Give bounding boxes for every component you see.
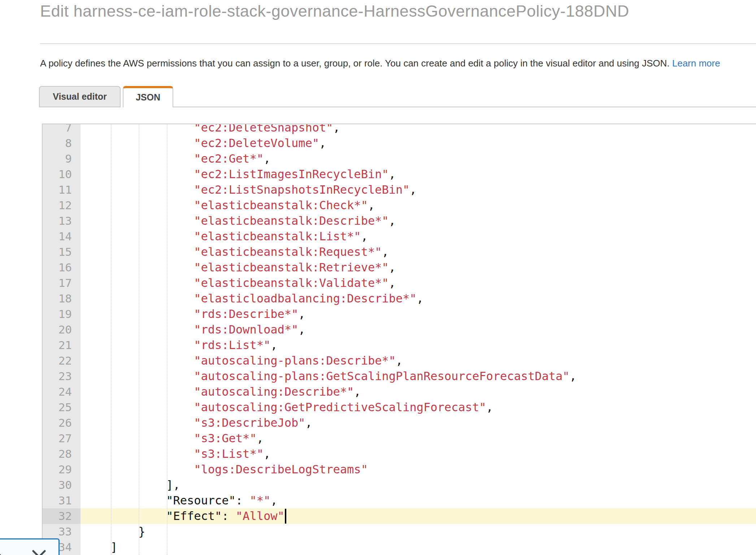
- line-number: 24: [43, 384, 81, 400]
- tab-json[interactable]: JSON: [123, 86, 173, 107]
- line-number: 17: [43, 275, 81, 291]
- line-number: 19: [43, 306, 81, 322]
- code-line[interactable]: "ec2:DeleteVolume",: [81, 135, 756, 151]
- notification-box: [0, 538, 60, 555]
- line-number: 33: [43, 524, 81, 539]
- code-line[interactable]: "elasticbeanstalk:Validate*",: [81, 275, 756, 291]
- line-number: 32: [43, 508, 81, 524]
- code-line[interactable]: "rds:Download*",: [81, 322, 756, 337]
- line-number: 23: [43, 369, 81, 384]
- line-number: 21: [43, 337, 81, 353]
- code-line[interactable]: "elasticbeanstalk:List*",: [81, 229, 756, 244]
- code-line[interactable]: }: [81, 524, 756, 539]
- code-line[interactable]: "Effect": "Allow": [81, 508, 756, 524]
- code-line[interactable]: "autoscaling-plans:Describe*",: [81, 353, 756, 369]
- code-line[interactable]: "rds:Describe*",: [81, 306, 756, 322]
- divider: [40, 43, 756, 44]
- notification-icon-fragment: [0, 551, 4, 555]
- line-number: 29: [43, 462, 81, 477]
- code-line[interactable]: "ec2:ListImagesInRecycleBin",: [81, 167, 756, 182]
- code-line[interactable]: "autoscaling:Describe*",: [81, 384, 756, 400]
- line-number: 16: [43, 260, 81, 275]
- line-number: 28: [43, 446, 81, 462]
- editor-line-numbers: 7891011121314151617181920212223242526272…: [43, 124, 81, 555]
- line-number: 11: [43, 182, 81, 198]
- code-line[interactable]: "elasticbeanstalk:Request*",: [81, 244, 756, 260]
- line-number: 13: [43, 213, 81, 229]
- code-line[interactable]: "autoscaling-plans:GetScalingPlanResourc…: [81, 369, 756, 384]
- code-line[interactable]: "Resource": "*",: [81, 493, 756, 508]
- json-policy-editor[interactable]: 7891011121314151617181920212223242526272…: [42, 124, 756, 555]
- close-icon[interactable]: [31, 549, 47, 555]
- code-line[interactable]: "s3:List*",: [81, 446, 756, 462]
- line-number: 12: [43, 198, 81, 213]
- line-number: 26: [43, 415, 81, 431]
- text-cursor: [285, 509, 286, 524]
- line-number: 10: [43, 167, 81, 182]
- line-number: 30: [43, 477, 81, 493]
- code-line[interactable]: "s3:DescribeJob",: [81, 415, 756, 431]
- code-line[interactable]: "elasticbeanstalk:Describe*",: [81, 213, 756, 229]
- line-number: 20: [43, 322, 81, 337]
- line-number: 31: [43, 493, 81, 508]
- line-number: 18: [43, 291, 81, 306]
- code-line[interactable]: "s3:Get*",: [81, 431, 756, 446]
- code-line[interactable]: "elasticbeanstalk:Check*",: [81, 198, 756, 213]
- line-number: 14: [43, 229, 81, 244]
- code-line[interactable]: "elasticloadbalancing:Describe*",: [81, 291, 756, 306]
- code-line[interactable]: "ec2:Get*",: [81, 151, 756, 167]
- policy-description: A policy defines the AWS permissions tha…: [40, 58, 756, 69]
- code-line[interactable]: "elasticbeanstalk:Retrieve*",: [81, 260, 756, 275]
- code-line[interactable]: "ec2:ListSnapshotsInRecycleBin",: [81, 182, 756, 198]
- page-title: Edit harness-ce-iam-role-stack-governanc…: [40, 2, 629, 21]
- line-number: 9: [43, 151, 81, 167]
- code-line[interactable]: "ec2:DeleteSnapshot",: [81, 124, 756, 135]
- tab-bar-line: [173, 107, 756, 107]
- code-line[interactable]: ]: [81, 539, 756, 555]
- code-line[interactable]: "autoscaling:GetPredictiveScalingForecas…: [81, 400, 756, 415]
- line-number: 22: [43, 353, 81, 369]
- line-number: 27: [43, 431, 81, 446]
- line-number: 15: [43, 244, 81, 260]
- line-number: 25: [43, 400, 81, 415]
- code-line[interactable]: "logs:DescribeLogStreams": [81, 462, 756, 477]
- learn-more-link[interactable]: Learn more: [672, 58, 720, 69]
- code-line[interactable]: ],: [81, 477, 756, 493]
- code-line[interactable]: "rds:List*",: [81, 337, 756, 353]
- line-number: 7: [43, 124, 81, 135]
- policy-description-text: A policy defines the AWS permissions tha…: [40, 58, 672, 69]
- line-number: 8: [43, 135, 81, 151]
- editor-code-area[interactable]: "ec2:DeleteSnapshot", "ec2:DeleteVolume"…: [81, 124, 756, 555]
- tab-visual-editor[interactable]: Visual editor: [39, 86, 121, 107]
